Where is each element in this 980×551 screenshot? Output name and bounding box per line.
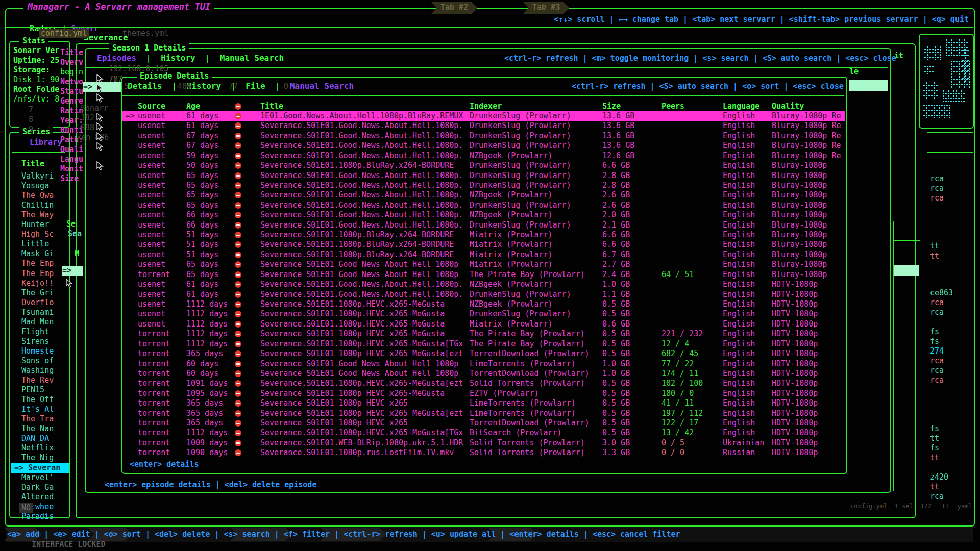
series-item-selected[interactable]: => Severan [11, 463, 69, 473]
cell-quality: Bluray-1080p Re [772, 121, 843, 131]
search-result-row[interactable]: torrent365 daysSeverance S01E01 1080p HE… [122, 398, 845, 408]
series-item[interactable]: The Way [11, 210, 69, 220]
search-result-row[interactable]: torrent1009 daysSeverance.S01E01.WEB-DLR… [122, 438, 845, 448]
series-item[interactable]: Sons of [11, 356, 69, 366]
search-result-row[interactable]: torrent1112 daysSeverance.S01E01.1080p.H… [122, 339, 845, 349]
series-item[interactable]: The Tra [11, 414, 69, 424]
season-tab-manual-search[interactable]: Manual Search [220, 53, 284, 63]
series-item[interactable]: Marvel' [11, 473, 69, 483]
series-item[interactable]: The Qwa [11, 191, 69, 201]
search-result-row[interactable]: usenet65 daysSeverance.S01E01.Good.News.… [122, 181, 845, 190]
search-result-row[interactable]: usenet67 daysSeverance.S01E01.Good.News.… [122, 131, 845, 141]
search-result-row[interactable]: torrent60 daysSeverance S01E01 Good News… [122, 359, 845, 369]
search-result-row[interactable]: torrent65 daysSeverance S01E01 Good News… [122, 270, 845, 280]
search-result-row[interactable]: usenet61 daysSeverance.S01E01.Good.News.… [122, 121, 845, 131]
header-separator [6, 27, 973, 28]
cell-peers: 13 / 42 [662, 428, 723, 438]
cell-quality: Bluray-1080p [772, 240, 843, 249]
cell-title: Severance.S01E01.1080p.HEVC.x265-MeGusta… [260, 379, 467, 388]
cell-age: 51 days [186, 240, 235, 249]
search-result-row[interactable]: =>usenet61 days1E01.Good.News.About.Hell… [122, 111, 845, 121]
search-result-row[interactable]: usenet65 daysSeverance.S01E01.Good.News.… [122, 171, 845, 181]
series-item[interactable]: High Sc [11, 230, 69, 239]
cell-source: usenet [138, 260, 165, 269]
search-result-row[interactable]: usenet65 daysSeverance.S01E01.Good.News.… [122, 201, 845, 210]
cell-indexer: DrunkenSlug (Prowlarr) [470, 220, 598, 230]
series-item[interactable]: Washing [11, 366, 69, 375]
series-item[interactable]: Paradis [11, 512, 69, 521]
search-result-row[interactable]: torrent365 daysSeverance S01E01 1080p HE… [122, 418, 845, 428]
series-item[interactable]: The Nan [11, 424, 69, 434]
cell-size: 0.5 GB [602, 299, 653, 309]
series-item[interactable]: The Rev [11, 375, 69, 385]
search-result-row[interactable]: torrent365 daysSeverance S01E01 1080p HE… [122, 409, 845, 418]
series-item[interactable]: DAN DA [11, 434, 69, 443]
search-result-row[interactable]: torrent365 daysSeverance S01E01 1080p HE… [122, 349, 845, 359]
series-tab-underline [12, 152, 65, 153]
series-item[interactable]: Chillin [11, 201, 69, 210]
series-item[interactable]: The Off [11, 395, 69, 405]
series-item[interactable]: Netflix [11, 443, 69, 453]
cell-peers: 122 / 17 [662, 418, 723, 428]
series-item[interactable]: The Nig [11, 453, 69, 463]
season-tab-episodes[interactable]: Episodes [97, 53, 136, 63]
search-result-row[interactable]: usenet65 daysSeverance S01E01 Good News … [122, 260, 845, 269]
cell-source: usenet [138, 201, 165, 210]
series-item[interactable]: Tsunami [11, 308, 69, 317]
search-result-row[interactable]: usenet61 daysSeverance.S01E01.Good.News.… [122, 280, 845, 289]
popup-tab-file[interactable]: File [246, 81, 265, 91]
search-result-row[interactable]: usenet65 daysSeverance.S01E01.Good.News.… [122, 190, 845, 200]
rejected-icon [235, 261, 241, 268]
search-result-row[interactable]: usenet67 daysSeverance.S01E01.Good.News.… [122, 141, 845, 151]
cell-size: 2.7 GB [602, 260, 653, 269]
cell-quality: HDTV-1080p [772, 448, 843, 458]
series-item[interactable]: The Gri [11, 288, 69, 298]
series-item[interactable]: PEN15 [11, 385, 69, 395]
series-item[interactable]: Flight [11, 327, 69, 337]
series-item[interactable]: Hunter [11, 220, 69, 230]
cell-indexer: TorrentDownload (Prowlarr) [470, 369, 598, 379]
search-result-row[interactable]: usenet50 daysSeverance.S01E01.1080p.BluR… [122, 161, 845, 170]
series-item[interactable]: The Emp [11, 269, 69, 279]
popup-tab-history[interactable]: History [187, 81, 221, 91]
cell-title: Severance.S01E01.1080p.HEVC.x265-MeGusta… [260, 339, 467, 349]
search-result-row[interactable]: usenet51 daysSeverance.S01E01.1080p.BluR… [122, 230, 845, 240]
search-result-row[interactable]: usenet61 daysSeverance.S01E01.Good.News.… [122, 290, 845, 299]
rejected-icon [235, 341, 241, 347]
series-item[interactable]: Dark Ga [11, 483, 69, 492]
popup-tab-details[interactable]: Details [128, 81, 162, 91]
search-result-row[interactable]: torrent60 daysSeverance S01E01 Good News… [122, 369, 845, 379]
mouse-cursor-icon [96, 113, 104, 122]
series-item[interactable]: It's Al [11, 405, 69, 414]
series-item[interactable]: Little [11, 239, 69, 249]
search-result-row[interactable]: torrent1112 daysSeverance.S01E01.1080p.H… [122, 428, 845, 438]
cell-source: torrent [138, 329, 170, 339]
series-item[interactable]: The Emp [11, 259, 69, 268]
search-result-row[interactable]: torrent1112 daysSeverance S01E01 1080p H… [122, 329, 845, 339]
search-result-row[interactable]: usenet59 daysSeverance.S01E01.Good.News.… [122, 151, 845, 161]
series-item[interactable]: Altered [11, 492, 69, 502]
tab-library[interactable]: Library [30, 138, 62, 147]
search-result-row[interactable]: usenet66 daysSeverance.S01E01.Good.News.… [122, 210, 845, 220]
rejected-icon [235, 400, 241, 407]
cell-source: torrent [138, 379, 170, 388]
series-item[interactable]: Overflo [11, 298, 69, 308]
series-item[interactable]: Mask Gi [11, 249, 69, 259]
series-item[interactable]: Keijo!! [11, 279, 69, 288]
search-result-row[interactable]: torrent1091 daysSeverance.S01E01.1080p.H… [122, 379, 845, 388]
popup-tab-manual-search[interactable]: Manual Search [290, 81, 354, 91]
rejected-icon [235, 430, 241, 436]
season-tab-history[interactable]: History [161, 53, 195, 63]
series-item[interactable]: Homeste [11, 346, 69, 356]
search-result-row[interactable]: torrent1095 daysSeverance S01E01 1080p H… [122, 389, 845, 398]
search-result-row[interactable]: usenet1112 daysSeverance.S01E01.1080p.HE… [122, 299, 845, 309]
search-result-row[interactable]: usenet51 daysSeverance.S01E01.1080p.BluR… [122, 250, 845, 260]
series-item[interactable]: Mad Men [11, 317, 69, 327]
search-result-row[interactable]: usenet1112 daysSeverance.S01E01.1080p.HE… [122, 309, 845, 319]
search-result-row[interactable]: usenet51 daysSeverance.S01E01.1080p.BluR… [122, 240, 845, 249]
search-result-row[interactable]: usenet1112 daysSeverance.S01E01.1080p.HE… [122, 319, 845, 329]
cell-quality: Bluray-1080p [772, 250, 843, 260]
search-result-row[interactable]: usenet66 daysSeverance.S01E01.Good.News.… [122, 220, 845, 230]
search-result-row[interactable]: torrent1090 daysSeverance.S01E01.1080p.r… [122, 448, 845, 458]
series-item[interactable]: Sirens [11, 337, 69, 346]
